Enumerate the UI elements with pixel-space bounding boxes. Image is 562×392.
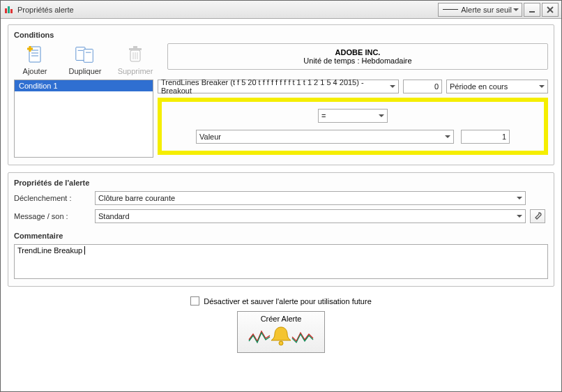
svg-rect-18 [133,46,137,48]
svg-rect-1 [8,6,10,13]
add-button[interactable]: Ajouter [14,43,56,75]
add-label: Ajouter [23,67,47,75]
operator-value: = [321,112,326,120]
duplicate-label: Dupliquer [68,67,101,75]
alert-props-title: Propriétés de l'alerte [14,177,548,191]
indicator-select[interactable]: TrendLines Breaker (t f 5 20 t f f f f f… [158,80,399,93]
comment-title: Commentaire [14,230,548,244]
duplicate-icon [74,43,96,66]
comment-textarea[interactable]: TrendLine Breakup [14,244,548,279]
delete-button: Supprimer [114,43,156,75]
wrench-icon [533,211,542,221]
offset-value: 0 [434,82,439,91]
period-select-value: Période en cours [450,82,508,91]
operator-select[interactable]: = [318,109,388,123]
value-num: 1 [502,133,506,141]
svg-rect-17 [129,48,142,50]
message-value: Standard [98,212,130,220]
alert-props-panel: Propriétés de l'alerte Déclenchement : C… [8,172,554,287]
trigger-select[interactable]: Clôture barre courante [95,191,526,205]
deactivate-checkbox[interactable] [190,296,199,306]
conditions-panel: Conditions Ajouter Dupliquer Supprimer [8,24,554,165]
create-alert-button[interactable]: Créer Alerte [237,311,325,353]
svg-rect-2 [10,9,13,13]
instrument-name: ADOBE INC. [172,48,543,56]
sound-settings-button[interactable] [530,209,545,223]
add-icon [24,43,46,66]
offset-field[interactable]: 0 [403,80,442,93]
value-type-select[interactable]: Valeur [196,130,454,144]
svg-rect-0 [5,8,7,13]
duplicate-button[interactable]: Dupliquer [64,43,106,75]
period-select[interactable]: Période en cours [446,80,548,93]
footer: Désactiver et sauver l'alerte pour utili… [8,294,554,353]
conditions-list[interactable]: Condition 1 [14,80,153,158]
message-select[interactable]: Standard [95,209,526,223]
instrument-timeframe: Unité de temps : Hebdomadaire [172,56,543,65]
alert-type-label: Alerte sur seuil [461,6,512,14]
app-icon [3,4,15,15]
alert-type-dropdown[interactable]: Alerte sur seuil [438,3,522,17]
create-alert-label: Créer Alerte [248,315,314,323]
titlebar: Propriétés alerte Alerte sur seuil [1,1,561,19]
trigger-value: Clôture barre courante [98,194,175,202]
svg-point-22 [279,341,283,345]
bell-icon [248,324,314,348]
svg-rect-13 [84,49,93,62]
window-title: Propriétés alerte [17,6,74,14]
comment-text: TrendLine Breakup [17,246,82,255]
minimize-button[interactable] [524,3,540,17]
delete-label: Supprimer [118,67,153,75]
deactivate-label: Désactiver et sauver l'alerte pour utili… [204,297,372,306]
value-type-value: Valeur [199,133,221,141]
conditions-title: Conditions [14,29,548,43]
trigger-label: Déclenchement : [14,194,91,202]
value-field[interactable]: 1 [461,130,510,144]
message-label: Message / son : [14,212,91,220]
instrument-info: ADOBE INC. Unité de temps : Hebdomadaire [167,43,548,70]
list-item[interactable]: Condition 1 [15,80,153,91]
indicator-select-value: TrendLines Breaker (t f 5 20 t f f f f f… [161,78,387,95]
highlighted-area: = Valeur 1 [158,98,548,155]
trash-icon [124,43,146,66]
close-button[interactable] [542,3,559,17]
